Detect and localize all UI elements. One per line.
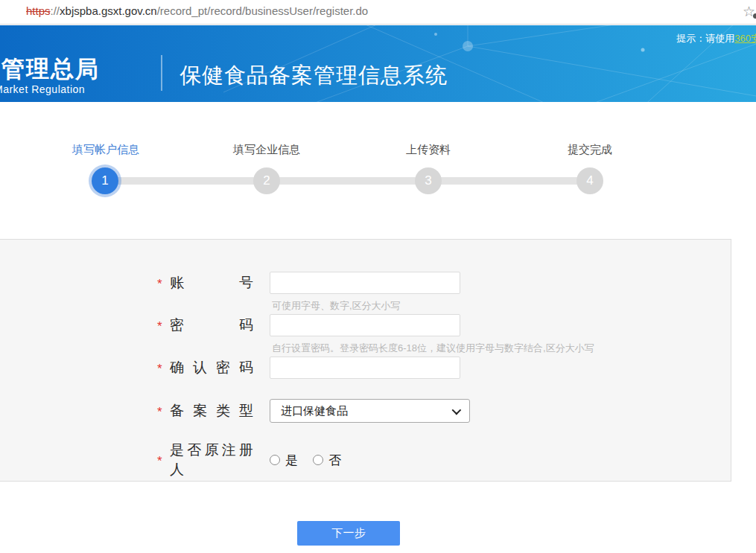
password-label: 密码	[170, 316, 253, 335]
chevron-down-icon	[452, 405, 462, 415]
password-input[interactable]	[270, 314, 460, 336]
step-circle-3: 3	[415, 167, 442, 194]
step-connector-3	[428, 177, 590, 185]
required-asterisk: *	[157, 316, 165, 334]
browser-usage-hint: 提示：请使用360安	[676, 32, 756, 45]
org-title: 管理总局	[1, 54, 100, 85]
url-text[interactable]: https://xbjspba.gsxt.gov.cn/record_pt/re…	[26, 4, 368, 17]
step-label-upload: 上传资料	[406, 143, 451, 157]
org-subtitle: Market Regulation	[0, 83, 85, 95]
url-scheme-struck: https	[26, 4, 51, 17]
star-badge-dot	[753, 13, 756, 19]
radio-circle-icon[interactable]	[270, 455, 280, 465]
account-input[interactable]	[270, 272, 460, 294]
step-connector-2	[267, 177, 428, 185]
browser-address-bar[interactable]: https://xbjspba.gsxt.gov.cn/record_pt/re…	[0, 0, 756, 25]
system-title: 保健食品备案管理信息系统	[180, 61, 448, 91]
hint-prefix: 提示：请使用	[676, 33, 734, 44]
url-separator: ://	[51, 4, 60, 17]
step-circle-4: 4	[576, 167, 603, 194]
required-asterisk: *	[157, 359, 165, 377]
header-divider	[161, 55, 162, 91]
record-type-field-row: * 备案类型 进口保健食品	[157, 399, 470, 423]
original-registrant-label: 是否原注册人	[170, 441, 253, 479]
record-type-label: 备案类型	[170, 401, 253, 421]
password-hint: 自行设置密码。登录密码长度6-18位，建议使用字母与数字结合,区分大小写	[272, 342, 594, 355]
step-label-company: 填写企业信息	[233, 143, 300, 157]
next-step-button[interactable]: 下一步	[297, 521, 400, 546]
account-hint: 可使用字母、数字,区分大小写	[272, 299, 401, 313]
site-header: 管理总局 Market Regulation 保健食品备案管理信息系统 提示：请…	[0, 25, 756, 102]
required-asterisk: *	[157, 274, 165, 292]
radio-option-no[interactable]: 否	[313, 452, 341, 469]
required-asterisk: *	[157, 402, 165, 420]
password-field-row: * 密码	[157, 314, 460, 336]
radio-circle-icon[interactable]	[313, 455, 323, 465]
record-type-selected-value: 进口保健食品	[270, 404, 452, 418]
confirm-password-label: 确认密码	[170, 358, 253, 377]
step-circle-2: 2	[253, 167, 280, 194]
step-connector-1	[105, 177, 267, 185]
account-field-row: * 账号	[157, 272, 460, 294]
original-registrant-field-row: * 是否原注册人 是 否	[157, 441, 356, 479]
url-path: /record_pt/record/businessUser/register.…	[157, 4, 368, 17]
record-type-select[interactable]: 进口保健食品	[270, 399, 470, 423]
radio-yes-label[interactable]: 是	[285, 452, 298, 469]
hint-360-link[interactable]: 360安	[734, 33, 756, 44]
original-registrant-radio-group: 是 否	[270, 452, 356, 469]
step-label-finish: 提交完成	[568, 143, 612, 157]
url-domain: xbjspba.gsxt.gov.cn	[60, 4, 157, 17]
account-label: 账号	[170, 273, 253, 293]
confirm-password-input[interactable]	[270, 357, 460, 379]
step-label-account: 填写帐户信息	[72, 143, 139, 157]
radio-option-yes[interactable]: 是	[270, 452, 298, 469]
radio-no-label[interactable]: 否	[328, 452, 341, 469]
bookmark-star-icon[interactable]: ☆	[743, 3, 755, 20]
confirm-password-field-row: * 确认密码	[157, 357, 460, 379]
step-circle-1: 1	[92, 167, 118, 194]
required-asterisk: *	[157, 451, 165, 469]
